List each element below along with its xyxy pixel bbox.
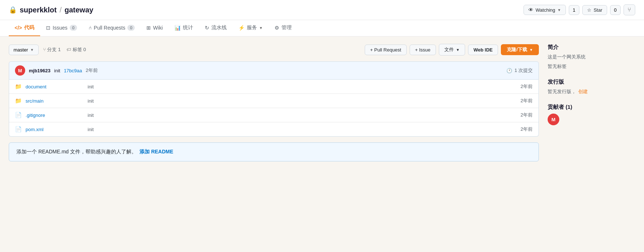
tag-icon: 🏷 (66, 47, 71, 52)
table-row: 📁 document init 2年前 (9, 80, 538, 94)
file-dropdown-arrow: ▼ (456, 48, 460, 52)
folder-icon: 📁 (15, 98, 22, 104)
commit-hash[interactable]: 17bc9aa (64, 68, 82, 73)
stats-icon: 📊 (175, 25, 181, 31)
tags-meta: 🏷 标签 0 (66, 46, 86, 53)
fork-button[interactable]: ⑂ (624, 4, 635, 15)
commit-row: M mjb19623 init 17bc9aa 2年前 🕐 1 次提交 (9, 61, 539, 80)
toolbar-right: + Pull Request + Issue 文件 ▼ Web IDE 克隆/下… (365, 44, 539, 56)
tab-code[interactable]: </> 代码 (9, 20, 40, 36)
commit-count[interactable]: 1 次提交 (514, 67, 533, 74)
eye-icon: 👁 (528, 7, 533, 13)
top-bar: 🔒 superkklot / gateway 👁 Watching ▼ 1 ☆ … (0, 0, 644, 20)
intro-title: 简介 (548, 44, 635, 51)
intro-text: 这是一个网关系统 (548, 54, 635, 60)
tab-pull-requests[interactable]: ⑃ Pull Requests 0 (83, 20, 141, 36)
branch-icon: ⑂ (43, 47, 46, 52)
watch-dropdown-arrow: ▼ (557, 8, 561, 12)
repo-separator: / (60, 6, 62, 14)
tab-wiki[interactable]: ⊞ Wiki (141, 20, 168, 36)
repo-name[interactable]: gateway (65, 6, 93, 14)
issue-button[interactable]: + Issue (410, 45, 436, 55)
webide-button[interactable]: Web IDE (468, 45, 498, 55)
tab-pipeline[interactable]: ↻ 流水线 (199, 20, 233, 36)
commit-author[interactable]: mjb19623 (29, 68, 50, 73)
code-icon: </> (15, 25, 22, 31)
branches-label: 分支 1 (47, 47, 61, 52)
release-info: 暂无发行版， 创建 (548, 88, 635, 95)
file-name[interactable]: .gitignore (26, 112, 84, 118)
star-button[interactable]: ☆ Star (582, 5, 607, 15)
create-release-link[interactable]: 创建 (578, 88, 588, 95)
repo-title: 🔒 superkklot / gateway (9, 6, 93, 14)
readme-banner-text: 添加一个 README.md 文件，帮助感兴趣的人了解。 (16, 149, 137, 155)
file-button-label: 文件 (444, 46, 454, 53)
table-row: 📁 src/main init 2年前 (9, 94, 538, 108)
add-readme-link[interactable]: 添加 README (139, 149, 173, 155)
table-row: 📄 .gitignore init 2年前 (9, 108, 538, 122)
file-button[interactable]: 文件 ▼ (439, 44, 465, 56)
file-time: 2年前 (521, 98, 533, 104)
folder-icon: 📁 (15, 83, 22, 90)
table-row: 📄 pom.xml init 2年前 (9, 122, 538, 136)
pr-badge: 0 (127, 25, 135, 31)
nav-tabs: </> 代码 ⊡ Issues 0 ⑃ Pull Requests 0 ⊞ Wi… (0, 20, 644, 37)
intro-section: 简介 这是一个网关系统 暂无标签 (548, 44, 635, 70)
tab-manage[interactable]: ⚙ 管理 (269, 20, 298, 36)
watch-button[interactable]: 👁 Watching ▼ (524, 5, 566, 15)
tab-code-label: 代码 (24, 24, 34, 31)
pr-icon: ⑃ (89, 25, 92, 31)
commit-avatar: M (15, 65, 25, 76)
clone-label: 克隆/下载 (507, 46, 527, 53)
file-name[interactable]: document (26, 84, 84, 89)
pull-request-button[interactable]: + Pull Request (365, 45, 407, 55)
tab-wiki-label: Wiki (153, 25, 162, 31)
commit-time: 2年前 (86, 67, 98, 74)
file-name[interactable]: pom.xml (26, 127, 84, 132)
readme-banner: 添加一个 README.md 文件，帮助感兴趣的人了解。 添加 README (9, 142, 539, 161)
tab-services[interactable]: ⚡ 服务 ▼ (233, 20, 269, 36)
tab-manage-label: 管理 (281, 24, 292, 31)
commit-count-icon: 🕐 (506, 68, 512, 73)
lock-icon: 🔒 (9, 6, 17, 14)
services-icon: ⚡ (238, 25, 245, 31)
tab-issues-label: Issues (53, 25, 67, 31)
tab-pr-label: Pull Requests (94, 25, 125, 31)
branch-dropdown-arrow: ▼ (30, 48, 34, 52)
file-commit-msg: init (88, 98, 517, 104)
file-commit-msg: init (88, 127, 517, 132)
fork-icon: ⑂ (628, 7, 631, 13)
top-actions: 👁 Watching ▼ 1 ☆ Star 0 ⑂ (524, 4, 635, 15)
branch-name: master (14, 47, 28, 53)
repo-main: master ▼ ⑂ 分支 1 🏷 标签 0 + Pull Request + … (9, 44, 539, 161)
file-list: 📁 document init 2年前 📁 src/main init 2年前 … (9, 80, 539, 137)
tab-stats-label: 统计 (183, 24, 193, 31)
tab-stats[interactable]: 📊 统计 (169, 20, 199, 36)
file-name[interactable]: src/main (26, 98, 84, 104)
tags-label: 暂无标签 (548, 64, 567, 69)
tab-issues[interactable]: ⊡ Issues 0 (40, 20, 83, 36)
contributor-avatar[interactable]: M (548, 114, 559, 125)
file-time: 2年前 (521, 126, 533, 133)
file-icon: 📄 (15, 126, 22, 133)
star-count[interactable]: 0 (610, 5, 621, 15)
wiki-icon: ⊞ (146, 25, 151, 31)
branch-selector[interactable]: master ▼ (9, 45, 39, 55)
file-commit-msg: init (88, 112, 517, 118)
toolbar: master ▼ ⑂ 分支 1 🏷 标签 0 + Pull Request + … (9, 44, 539, 56)
repo-owner[interactable]: superkklot (20, 6, 57, 14)
star-label: Star (594, 7, 602, 13)
clone-button[interactable]: 克隆/下载 ▼ (501, 44, 539, 55)
pipeline-icon: ↻ (205, 25, 209, 31)
issues-icon: ⊡ (46, 25, 50, 31)
watch-count[interactable]: 1 (569, 5, 579, 15)
file-time: 2年前 (521, 83, 533, 90)
manage-icon: ⚙ (275, 25, 279, 31)
file-commit-msg: init (88, 84, 517, 89)
commit-message: init (54, 68, 60, 73)
release-section: 发行版 暂无发行版， 创建 (548, 79, 635, 95)
services-dropdown-arrow: ▼ (259, 26, 263, 30)
star-icon: ☆ (587, 7, 591, 13)
branch-meta: ⑂ 分支 1 🏷 标签 0 (43, 46, 86, 53)
main-content: master ▼ ⑂ 分支 1 🏷 标签 0 + Pull Request + … (0, 37, 644, 169)
